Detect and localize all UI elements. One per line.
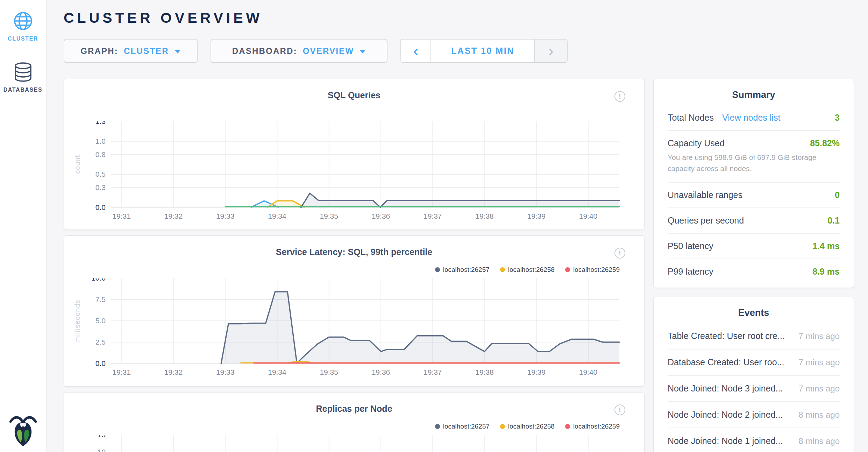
event-time: 7 mins ago	[799, 384, 840, 394]
legend-item[interactable]: localhost:26259	[565, 423, 620, 430]
svg-text:1.0: 1.0	[95, 137, 106, 145]
legend-item[interactable]: localhost:26258	[500, 423, 555, 430]
chart-plot[interactable]: 10.07.55.02.50.019:3119:3219:3319:3419:3…	[64, 278, 644, 381]
summary-row-label: Total Nodes	[668, 113, 714, 123]
summary-row-value: 0	[835, 190, 840, 200]
summary-row-label: Unavailable ranges	[668, 190, 742, 200]
svg-text:19:36: 19:36	[372, 212, 390, 220]
svg-text:19:36: 19:36	[372, 368, 390, 376]
svg-text:19:39: 19:39	[527, 212, 546, 220]
legend-label: localhost:26257	[443, 266, 490, 274]
legend-dot-icon	[500, 267, 505, 272]
chart-title: Service Latency: SQL, 99th percentile	[64, 236, 644, 257]
event-row[interactable]: Database Created: User roo...7 mins ago	[668, 349, 840, 376]
svg-text:0.0: 0.0	[95, 203, 106, 211]
svg-text:19:34: 19:34	[268, 212, 286, 220]
chart-title: SQL Queries	[64, 79, 644, 100]
legend-item[interactable]: localhost:26258	[500, 266, 555, 274]
event-row[interactable]: Table Created: User root cre...7 mins ag…	[668, 323, 840, 349]
chevron-down-icon	[175, 50, 181, 54]
events-title: Events	[654, 297, 854, 323]
event-time: 8 mins ago	[799, 410, 840, 420]
page-title: CLUSTER OVERVIEW	[64, 10, 854, 26]
summary-row-value: 3	[835, 113, 840, 123]
svg-text:7.5: 7.5	[95, 295, 106, 303]
sidebar-item-cluster[interactable]: CLUSTER	[0, 0, 46, 42]
event-rows: Table Created: User root cre...7 mins ag…	[654, 323, 854, 452]
svg-text:19:33: 19:33	[216, 368, 235, 376]
svg-text:19:33: 19:33	[216, 212, 235, 220]
summary-title: Summary	[654, 79, 854, 105]
chart-plot[interactable]: 1.31.00.80.50.30.019:3119:3219:3319:3419…	[64, 121, 644, 225]
time-prev-button[interactable]: ‹	[401, 40, 431, 62]
chart-canvas: 1.31.00.80.50.30.019:3119:3219:3319:3419…	[64, 121, 644, 223]
graph-selector-value: CLUSTER	[124, 46, 169, 56]
legend-item[interactable]: localhost:26257	[435, 266, 490, 274]
events-panel: Events Table Created: User root cre...7 …	[653, 297, 854, 452]
info-icon[interactable]: !	[614, 91, 625, 102]
time-next-button[interactable]: ›	[535, 40, 567, 62]
svg-text:0.3: 0.3	[95, 183, 106, 191]
sidebar-item-label: DATABASES	[3, 87, 43, 93]
legend-dot-icon	[435, 424, 440, 429]
globe-icon	[13, 10, 34, 31]
svg-text:19:40: 19:40	[579, 212, 598, 220]
dashboard-selector-value: OVERVIEW	[303, 46, 354, 56]
event-time: 7 mins ago	[799, 358, 840, 367]
svg-text:19:35: 19:35	[320, 212, 338, 220]
legend-label: localhost:26258	[508, 266, 555, 274]
legend-item[interactable]: localhost:26259	[565, 266, 620, 274]
database-icon	[13, 62, 33, 83]
sidebar: CLUSTER DATABASES	[0, 0, 47, 452]
svg-text:19:38: 19:38	[475, 212, 494, 220]
summary-row-label: P99 latency	[668, 267, 713, 277]
legend-item[interactable]: localhost:26257	[435, 423, 490, 430]
dashboard-content: SQL Queries ! 1.31.00.80.50.30.019:3119:…	[64, 79, 854, 452]
summary-panel: Summary Total NodesView nodes list3Capac…	[653, 79, 854, 288]
svg-text:milliseconds: milliseconds	[73, 300, 81, 342]
cockroachdb-logo	[9, 413, 37, 449]
event-row[interactable]: Node Joined: Node 1 joined...8 mins ago	[668, 428, 840, 452]
sidebar-item-databases[interactable]: DATABASES	[0, 42, 46, 93]
svg-text:19:40: 19:40	[579, 368, 598, 376]
chart-title: Replicas per Node	[64, 393, 644, 414]
view-nodes-link[interactable]: View nodes list	[722, 113, 780, 123]
chevron-down-icon	[360, 50, 366, 54]
event-time: 8 mins ago	[799, 436, 840, 446]
summary-rows: Total NodesView nodes list3Capacity Used…	[654, 105, 854, 284]
summary-row-value: 85.82%	[810, 138, 840, 148]
summary-row: Unavailable ranges0	[668, 183, 840, 208]
svg-text:count: count	[73, 155, 81, 174]
time-range-button[interactable]: LAST 10 MIN	[431, 40, 535, 62]
summary-row-value: 1.4 ms	[812, 241, 840, 251]
controls-bar: GRAPH: CLUSTER DASHBOARD: OVERVIEW ‹ LAS…	[64, 39, 854, 63]
legend-label: localhost:26259	[573, 423, 620, 430]
charts-column: SQL Queries ! 1.31.00.80.50.30.019:3119:…	[64, 79, 645, 452]
summary-row-label: Queries per second	[668, 216, 744, 226]
info-icon[interactable]: !	[614, 248, 625, 259]
svg-text:19:37: 19:37	[424, 368, 442, 376]
chart-plot[interactable]: 15105019:3119:3219:3319:3419:3519:3619:3…	[64, 435, 644, 452]
chart-canvas: 15105019:3119:3219:3319:3419:3519:3619:3…	[64, 435, 644, 452]
event-row[interactable]: Node Joined: Node 3 joined...7 mins ago	[668, 376, 840, 402]
summary-row: P50 latency1.4 ms	[668, 234, 840, 259]
chart-legend: localhost:26257localhost:26258localhost:…	[435, 266, 620, 274]
summary-row: Capacity Used85.82%You are using 598.9 G…	[668, 131, 840, 183]
graph-selector[interactable]: GRAPH: CLUSTER	[64, 39, 198, 63]
legend-label: localhost:26258	[508, 423, 555, 430]
chart-card-sql-queries: SQL Queries ! 1.31.00.80.50.30.019:3119:…	[64, 79, 645, 230]
event-row[interactable]: Node Joined: Node 2 joined...8 mins ago	[668, 402, 840, 428]
svg-text:15: 15	[98, 435, 106, 439]
svg-text:19:39: 19:39	[527, 368, 546, 376]
svg-text:1.3: 1.3	[95, 121, 106, 125]
time-range-selector: ‹ LAST 10 MIN ›	[400, 39, 568, 63]
chart-card-replicas-per-node: Replicas per Node ! localhost:26257local…	[64, 392, 645, 452]
svg-text:0.8: 0.8	[95, 150, 106, 158]
legend-dot-icon	[565, 424, 570, 429]
chart-canvas: 10.07.55.02.50.019:3119:3219:3319:3419:3…	[64, 278, 644, 379]
event-time: 7 mins ago	[799, 331, 840, 341]
legend-label: localhost:26259	[573, 266, 620, 274]
info-icon[interactable]: !	[614, 404, 625, 415]
dashboard-selector[interactable]: DASHBOARD: OVERVIEW	[211, 39, 387, 63]
svg-text:0.0: 0.0	[95, 359, 106, 367]
